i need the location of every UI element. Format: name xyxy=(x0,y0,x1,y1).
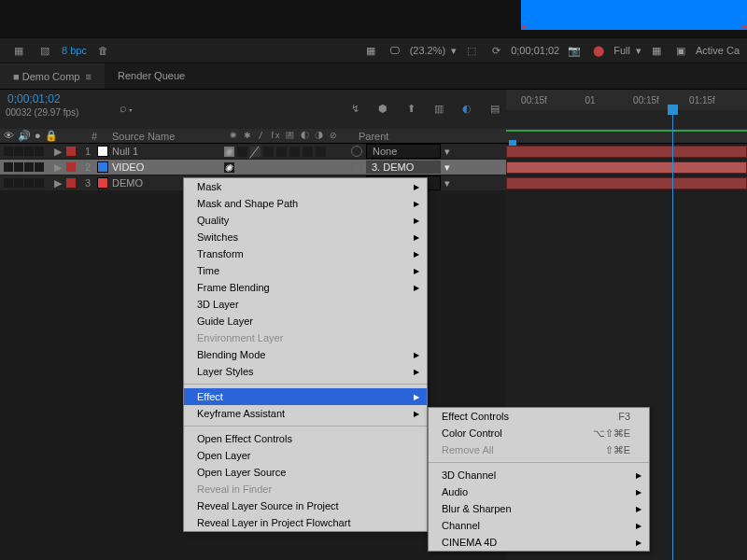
bpc-toggle[interactable]: 8 bpc xyxy=(62,45,87,56)
pickwhip-icon[interactable] xyxy=(351,161,362,173)
menu-item-3d-layer[interactable]: 3D Layer xyxy=(184,296,427,313)
menu-item-keyframe-assistant[interactable]: Keyframe Assistant xyxy=(184,405,427,422)
menu-item-layer-styles[interactable]: Layer Styles xyxy=(184,363,427,380)
preview-area xyxy=(0,0,747,37)
menu-item-reveal-layer-source-in-project[interactable]: Reveal Layer Source in Project xyxy=(184,497,427,514)
menu-item-remove-all: Remove All⇧⌘E xyxy=(429,441,649,458)
layer-row-2[interactable]: ▶ 2 VIDEO ✺ 3. DEMO▾ xyxy=(0,160,506,175)
layer-bar-3[interactable] xyxy=(506,177,747,189)
search-icon[interactable]: ⌕▾ xyxy=(120,101,134,115)
parent-dropdown[interactable]: 3. DEMO xyxy=(366,161,441,174)
layer-name[interactable]: VIDEO xyxy=(112,161,224,173)
resolution-dropdown[interactable]: Full xyxy=(613,45,630,56)
time-ruler[interactable]: 00:15f0100:15f01:15f xyxy=(506,90,747,110)
col-parent[interactable]: Parent xyxy=(359,131,499,142)
menu-item-3d-channel[interactable]: 3D Channel xyxy=(429,467,649,483)
menu-item-reveal-layer-in-project-flowchart[interactable]: Reveal Layer in Project Flowchart xyxy=(184,514,427,531)
snapshot-icon[interactable]: 📷 xyxy=(565,41,584,60)
menu-item-color-control[interactable]: Color Control⌥⇧⌘E xyxy=(429,425,649,441)
menu-item-frame-blending[interactable]: Frame Blending xyxy=(184,279,427,296)
eye-icon: 👁 xyxy=(4,130,14,142)
frame-info: 00032 (29.97 fps) xyxy=(6,107,78,118)
layer-color-swatch xyxy=(97,146,108,157)
preview-thumbnail xyxy=(521,0,747,30)
cached-frames-indicator xyxy=(506,130,747,132)
menu-item-environment-layer: Environment Layer xyxy=(184,329,427,346)
layer-color-swatch xyxy=(97,161,108,173)
menu-item-blending-mode[interactable]: Blending Mode xyxy=(184,346,427,363)
monitor-icon[interactable]: 🖵 xyxy=(386,41,404,60)
col-num: # xyxy=(80,131,108,142)
camera-dropdown[interactable]: Active Ca xyxy=(696,45,740,56)
bin-icon[interactable]: ▦ xyxy=(9,41,28,60)
layer-bar-1[interactable] xyxy=(506,146,747,158)
menu-item-reveal-in-finder: Reveal in Finder xyxy=(184,481,427,497)
crop-icon[interactable]: ⬚ xyxy=(462,41,481,60)
footer-toolbar: ▦ ▧ 8 bpc 🗑 ▦ 🖵 (23.2%) ▾ ⬚ ⟳ 0;00;01;02… xyxy=(0,37,747,63)
menu-item-effect[interactable]: Effect xyxy=(184,388,427,405)
menu-item-open-effect-controls[interactable]: Open Effect Controls xyxy=(184,430,427,447)
shy-icon[interactable]: ⬆ xyxy=(402,99,420,118)
timeline-panel-tabs: ■ Demo Comp ≡ Render Queue xyxy=(0,63,747,90)
folder-icon[interactable]: ▧ xyxy=(35,41,54,60)
timecode-display[interactable]: 0;00;01;02 xyxy=(511,45,559,56)
trash-icon[interactable]: 🗑 xyxy=(94,41,113,60)
solo-icon: ● xyxy=(35,130,41,142)
draft3d-icon[interactable]: ⬢ xyxy=(374,99,392,118)
menu-item-transform[interactable]: Transform xyxy=(184,245,427,262)
timeline-tools: ↯ ⬢ ⬆ ▥ ◐ ▤ xyxy=(345,99,504,118)
view-icon[interactable]: ▦ xyxy=(647,41,666,60)
menu-item-open-layer-source[interactable]: Open Layer Source xyxy=(184,464,427,481)
channels-icon[interactable]: ⬤ xyxy=(589,41,608,60)
menu-item-effect-controls[interactable]: Effect ControlsF3 xyxy=(429,408,649,425)
menu-item-blur-sharpen[interactable]: Blur & Sharpen xyxy=(429,500,649,517)
frame-blend-icon[interactable]: ▥ xyxy=(430,99,448,118)
menu-item-time[interactable]: Time xyxy=(184,262,427,279)
layer-row-1[interactable]: ▶ 1 Null 1 ✺╱ None▾ xyxy=(0,144,506,160)
layer-name[interactable]: Null 1 xyxy=(112,146,224,157)
pickwhip-icon[interactable] xyxy=(351,146,362,157)
menu-item-cinema-4d[interactable]: CINEMA 4D xyxy=(429,534,649,551)
menu-item-mask-and-shape-path[interactable]: Mask and Shape Path xyxy=(184,195,427,212)
menu-item-quality[interactable]: Quality xyxy=(184,212,427,229)
work-area-start[interactable] xyxy=(509,140,516,146)
tab-render-queue[interactable]: Render Queue xyxy=(105,63,198,89)
mask-view-icon[interactable]: ▣ xyxy=(671,41,690,60)
playhead[interactable] xyxy=(672,110,673,560)
col-switches: ✺ ✱ 〳 fx 圕 ◐ ◑ ⊘ xyxy=(230,130,359,142)
parent-dropdown[interactable]: None xyxy=(366,144,441,159)
speaker-icon: 🔊 xyxy=(18,130,31,142)
graph-icon[interactable]: ▤ xyxy=(486,99,504,118)
layer-context-menu: MaskMask and Shape PathQualitySwitchesTr… xyxy=(183,177,428,532)
motion-blur-icon[interactable]: ◐ xyxy=(458,99,476,118)
menu-item-audio[interactable]: Audio xyxy=(429,483,649,500)
menu-item-channel[interactable]: Channel xyxy=(429,517,649,534)
current-time[interactable]: 0;00;01;02 xyxy=(7,92,61,105)
zoom-dropdown[interactable]: (23.2%) xyxy=(410,45,446,56)
tab-comp[interactable]: ■ Demo Comp ≡ xyxy=(0,63,105,89)
timecode-icon[interactable]: ⟳ xyxy=(486,41,505,60)
menu-item-mask[interactable]: Mask xyxy=(184,178,427,195)
menu-item-guide-layer[interactable]: Guide Layer xyxy=(184,313,427,329)
menu-item-switches[interactable]: Switches xyxy=(184,229,427,245)
effect-submenu: Effect ControlsF3Color Control⌥⇧⌘ERemove… xyxy=(428,407,650,552)
grid-icon[interactable]: ▦ xyxy=(361,41,380,60)
menu-item-open-layer[interactable]: Open Layer xyxy=(184,447,427,464)
comp-mini-icon[interactable]: ↯ xyxy=(345,99,364,118)
lock-icon: 🔒 xyxy=(45,130,58,142)
layer-bar-2[interactable] xyxy=(506,161,747,174)
layer-color-swatch xyxy=(97,177,108,189)
col-source-name[interactable]: Source Name xyxy=(108,131,230,142)
